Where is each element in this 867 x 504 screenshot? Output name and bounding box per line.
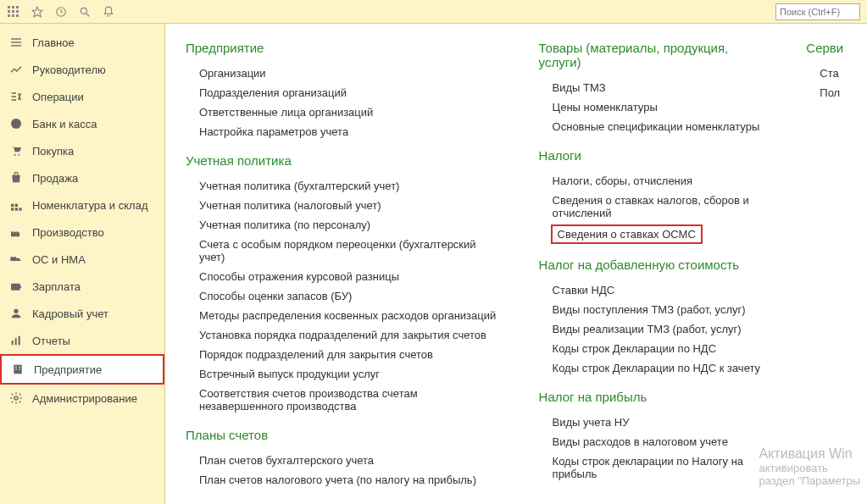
svg-point-25: [12, 261, 14, 263]
link-item[interactable]: Пол: [806, 83, 847, 102]
svg-rect-24: [10, 257, 16, 261]
sidebar-item-manager[interactable]: Руководителю: [0, 56, 164, 83]
link-item[interactable]: Учетная политика (по персоналу): [186, 215, 498, 235]
bars-icon: [8, 333, 24, 348]
bell-icon[interactable]: [102, 5, 115, 19]
sidebar-item-main[interactable]: Главное: [0, 29, 164, 56]
toolbar: [0, 0, 867, 24]
svg-rect-30: [12, 341, 14, 345]
link-item[interactable]: План счетов налогового учета (по налогу …: [186, 470, 498, 490]
svg-point-17: [14, 154, 16, 156]
sidebar-item-assets[interactable]: ОС и НМА: [0, 246, 164, 273]
link-item[interactable]: Налоги, сборы, отчисления: [539, 171, 766, 191]
sidebar-item-enterprise[interactable]: Предприятие: [0, 354, 164, 385]
svg-rect-28: [18, 285, 21, 288]
svg-rect-4: [12, 10, 14, 13]
link-item[interactable]: Виды реализации ТМЗ (работ, услуг): [539, 319, 766, 339]
svg-rect-36: [15, 368, 16, 369]
link-item[interactable]: Коды строк Декларации по НДС: [539, 339, 766, 358]
section-enterprise[interactable]: Предприятие: [186, 41, 498, 55]
sidebar-item-label: Продажа: [32, 172, 78, 185]
section-taxes[interactable]: Налоги: [539, 148, 766, 163]
link-item[interactable]: Порядок подразделений для закрытия счето…: [186, 345, 498, 364]
svg-point-16: [11, 119, 21, 129]
link-item[interactable]: Сведения о ставках налогов, сборов и отч…: [539, 191, 766, 223]
link-item[interactable]: Основные спецификации номенклатуры: [539, 117, 766, 136]
svg-rect-32: [19, 336, 20, 346]
svg-rect-1: [12, 6, 14, 8]
link-item[interactable]: Ставки НДС: [539, 280, 766, 300]
wallet-icon: [8, 279, 24, 294]
svg-rect-6: [8, 14, 10, 17]
search-icon[interactable]: [78, 5, 92, 19]
svg-line-12: [86, 13, 90, 16]
sidebar-item-label: Зарплата: [32, 280, 81, 293]
link-item[interactable]: Встречный выпуск продукции услуг: [186, 364, 498, 384]
sidebar-item-hr[interactable]: Кадровый учет: [0, 300, 164, 327]
section-accounting-policy[interactable]: Учетная политика: [186, 153, 498, 168]
link-item[interactable]: Коды строк Декларации по НДС к зачету: [539, 358, 766, 378]
link-item[interactable]: Установка порядка подразделений для закр…: [186, 325, 498, 345]
link-item[interactable]: Виды учета НУ: [539, 413, 766, 432]
sidebar-item-label: Предприятие: [34, 363, 102, 376]
sidebar-item-reports[interactable]: Отчеты: [0, 327, 164, 354]
warehouse-icon: [8, 197, 24, 213]
sidebar-item-bank[interactable]: Банк и касса: [0, 110, 164, 137]
link-item[interactable]: Счета с особым порядком переоценки (бухг…: [186, 235, 498, 267]
link-item[interactable]: Ответственные лица организаций: [186, 102, 498, 122]
sidebar-item-label: ОС и НМА: [32, 253, 86, 266]
link-item[interactable]: Подразделения организаций: [186, 83, 498, 102]
svg-rect-21: [11, 208, 14, 210]
link-item[interactable]: План счетов бухгалтерского учета: [186, 451, 498, 470]
link-item[interactable]: Учетная политика (бухгалтерский учет): [186, 176, 498, 196]
factory-icon: [8, 224, 24, 240]
sidebar-item-label: Операции: [32, 91, 84, 103]
link-item[interactable]: Соответствия счетов производства счетам …: [186, 384, 498, 416]
link-item[interactable]: Настройка параметров учета: [186, 122, 498, 141]
sidebar-item-purchase[interactable]: Покупка: [0, 137, 164, 164]
section-accounts[interactable]: Планы счетов: [186, 428, 498, 442]
svg-rect-22: [15, 208, 18, 210]
svg-rect-5: [16, 10, 19, 13]
globe-icon: [8, 116, 24, 131]
sidebar-item-nomenclature[interactable]: Номенклатура и склад: [0, 191, 164, 219]
svg-rect-3: [8, 10, 10, 13]
sidebar-item-label: Руководителю: [32, 64, 106, 76]
svg-rect-33: [14, 365, 21, 374]
link-item[interactable]: Коды строк декларации по Налогу на прибы…: [539, 451, 766, 484]
link-osms-rates[interactable]: Сведения о ставках ОСМС: [551, 224, 703, 244]
sidebar-item-label: Производство: [32, 226, 104, 239]
sidebar-item-operations[interactable]: Операции: [0, 83, 164, 110]
link-item[interactable]: Способы отражения курсовой разницы: [186, 267, 498, 286]
link-item[interactable]: Организации: [186, 64, 498, 83]
link-item[interactable]: Виды поступления ТМЗ (работ, услуг): [539, 300, 766, 319]
link-item[interactable]: Виды ТМЗ: [539, 78, 766, 97]
section-vat[interactable]: Налог на добавленную стоимость: [539, 258, 766, 272]
section-service[interactable]: Серви: [806, 41, 847, 55]
svg-rect-37: [19, 368, 19, 369]
apps-icon[interactable]: [7, 5, 20, 19]
sidebar-item-label: Покупка: [32, 145, 74, 158]
sidebar-item-admin[interactable]: Администрирование: [0, 385, 164, 412]
link-item[interactable]: Ста: [806, 64, 847, 83]
section-profit-tax[interactable]: Налог на прибыль: [539, 390, 766, 404]
link-item[interactable]: Способы оценки запасов (БУ): [186, 286, 498, 306]
sidebar-item-label: Кадровый учет: [32, 307, 108, 320]
sidebar-item-production[interactable]: Производство: [0, 219, 164, 246]
link-item[interactable]: Учетная политика (налоговый учет): [186, 196, 498, 215]
link-item[interactable]: Методы распределения косвенных расходов …: [186, 306, 498, 325]
svg-rect-34: [15, 367, 16, 368]
link-item[interactable]: Цены номенклатуры: [539, 97, 766, 117]
sidebar-item-sale[interactable]: Продажа: [0, 164, 164, 191]
search-input[interactable]: [775, 3, 860, 20]
history-icon[interactable]: [54, 5, 68, 19]
star-icon[interactable]: [31, 5, 44, 19]
sidebar-item-salary[interactable]: Зарплата: [0, 273, 164, 300]
section-goods[interactable]: Товары (материалы, продукция, услуги): [539, 41, 766, 69]
cart-icon: [8, 143, 24, 158]
link-item[interactable]: Виды расходов в налоговом учете: [539, 432, 766, 451]
svg-point-38: [14, 396, 18, 400]
sidebar: Главное Руководителю Операции Банк и кас…: [0, 24, 165, 504]
sidebar-item-label: Отчеты: [32, 335, 70, 347]
person-icon: [8, 306, 24, 321]
